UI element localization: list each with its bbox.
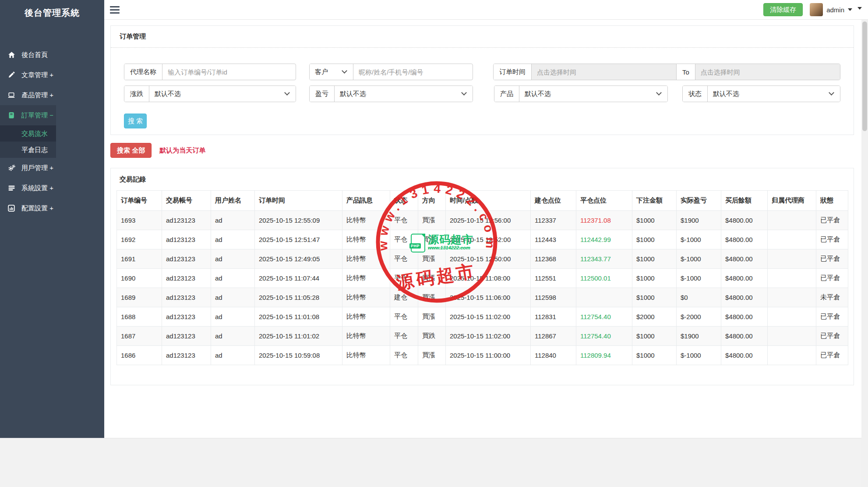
sidebar: 後台管理系統 後台首頁 文章管理 + 產品管理 + [0, 0, 104, 438]
table-cell: 2025-10-15 11:02:00 [446, 327, 531, 346]
table-cell [768, 269, 816, 288]
vertical-scrollbar[interactable] [861, 20, 868, 487]
chart-icon [7, 205, 16, 212]
sidebar-item-label: 用戶管理 + [21, 164, 53, 172]
search-button[interactable]: 搜 索 [124, 114, 147, 128]
filter-form: 代理名称 客户 订单时间 To [111, 48, 854, 135]
sidebar-item-orders[interactable]: 訂單管理 − [0, 105, 56, 125]
agent-input[interactable] [162, 64, 296, 80]
time-to-input[interactable] [695, 64, 840, 80]
table-cell: 已平倉 [816, 346, 848, 365]
table-cell [768, 327, 816, 346]
avatar[interactable] [810, 3, 823, 16]
table-cell: 買跌 [418, 327, 446, 346]
table-cell: 已平倉 [816, 249, 848, 269]
table-cell: 比特幣 [342, 307, 390, 327]
table-cell: 2025-10-15 11:00:00 [446, 346, 531, 365]
table-cell: 112443 [531, 230, 576, 249]
table-cell: $-1000 [677, 346, 721, 365]
customer-select-value: 客户 [315, 68, 342, 76]
table-cell: ad [211, 249, 255, 269]
table-cell: ad123123 [162, 327, 211, 346]
column-header: 买后餘額 [721, 191, 768, 211]
table-cell: 112809.94 [576, 346, 632, 365]
table-cell: 1686 [117, 346, 162, 365]
table-cell: 2025-10-15 11:07:44 [255, 269, 342, 288]
time-from-input[interactable] [532, 64, 676, 80]
sidebar-item-transaction-flow[interactable]: 交易流水 [0, 125, 56, 142]
table-cell [768, 346, 816, 365]
table-cell: 比特幣 [342, 346, 390, 365]
sidebar-item-home[interactable]: 後台首頁 [0, 45, 56, 65]
table-cell: $4800.00 [721, 307, 768, 327]
table-cell: $1000 [632, 346, 677, 365]
user-dropdown-caret-icon[interactable] [848, 8, 852, 11]
table-cell: $0 [677, 288, 721, 307]
to-label: To [676, 64, 695, 80]
table-cell: 建仓 [390, 288, 418, 307]
pencil-icon [7, 71, 16, 78]
filter-row-2: 涨跌 默认不选 盈亏 默认不选 产品 [124, 85, 840, 102]
table-cell: 112442.99 [576, 230, 632, 249]
table-cell: 112368 [531, 249, 576, 269]
table-cell: 112754.40 [576, 327, 632, 346]
customer-select[interactable]: 客户 [310, 64, 353, 80]
customer-input[interactable] [353, 64, 473, 80]
table-cell: $1000 [632, 269, 677, 288]
updown-select-value: 默认不选 [155, 90, 285, 98]
sidebar-item-label: 文章管理 + [21, 71, 53, 79]
table-cell: $4800.00 [721, 288, 768, 307]
table-cell: 112840 [531, 346, 576, 365]
table-cell: $-2000 [677, 307, 721, 327]
list-icon [7, 185, 16, 192]
gears-icon [7, 164, 16, 172]
sidebar-item-close-position-log[interactable]: 平倉日志 [0, 142, 56, 158]
chevron-down-icon [461, 90, 467, 96]
sidebar-item-articles[interactable]: 文章管理 + [0, 65, 56, 85]
table-cell: $4800.00 [721, 269, 768, 288]
chevron-down-icon [342, 68, 347, 74]
status-select[interactable]: 默认不选 [708, 86, 840, 102]
table-cell: $4800.00 [721, 249, 768, 269]
updown-select[interactable]: 默认不选 [149, 86, 296, 102]
hamburger-menu-icon[interactable] [110, 4, 120, 15]
main-content: 订单管理 代理名称 客户 订单时间 [104, 20, 868, 438]
product-label: 产品 [494, 86, 519, 102]
sidebar-item-products[interactable]: 產品管理 + [0, 85, 56, 105]
table-cell: 已平倉 [816, 327, 848, 346]
table-cell: 2025-10-15 11:05:28 [255, 288, 342, 307]
secondary-dropdown-caret-icon[interactable] [857, 7, 862, 10]
table-row: 1692ad123123ad2025-10-15 12:51:47比特幣平仓買漲… [117, 230, 848, 249]
book-icon [7, 112, 16, 119]
chevron-down-icon [284, 90, 290, 96]
table-cell: 已平倉 [816, 269, 848, 288]
table-cell: 2025-10-15 12:56:00 [446, 211, 531, 230]
table-cell: 1693 [117, 211, 162, 230]
scrollbar-thumb[interactable] [862, 21, 867, 131]
column-header: 产品訊息 [342, 191, 390, 211]
table-cell: 1691 [117, 249, 162, 269]
clear-cache-button[interactable]: 清除緩存 [763, 3, 803, 16]
product-select[interactable]: 默认不选 [519, 86, 667, 102]
table-cell: 112371.08 [576, 211, 632, 230]
table-cell: ad [211, 211, 255, 230]
table-row: 1693ad123123ad2025-10-15 12:55:09比特幣平仓買漲… [117, 211, 848, 230]
source-market-logo: PHP 源码超市 www.1314222.com [411, 234, 473, 252]
search-all-button[interactable]: 搜索 全部 [110, 143, 152, 158]
table-cell: 比特幣 [342, 230, 390, 249]
profit-label: 盈亏 [310, 86, 335, 102]
table-cell: 買漲 [418, 269, 446, 288]
sidebar-item-label: 配置設置 + [21, 204, 53, 213]
table-cell [768, 307, 816, 327]
sidebar-item-users[interactable]: 用戶管理 + [0, 158, 56, 178]
profit-select[interactable]: 默认不选 [335, 86, 473, 102]
table-cell: 2025-10-15 11:02:00 [446, 307, 531, 327]
search-all-bar: 搜索 全部 默认为当天订单 [110, 143, 854, 158]
topbar: 清除緩存 admin [104, 0, 868, 20]
sidebar-item-config-settings[interactable]: 配置設置 + [0, 198, 56, 218]
table-cell: 112598 [531, 288, 576, 307]
status-label: 状态 [683, 86, 708, 102]
php-file-icon: PHP [411, 234, 425, 252]
sidebar-item-system-settings[interactable]: 系統設置 + [0, 178, 56, 198]
table-cell: ad123123 [162, 211, 211, 230]
